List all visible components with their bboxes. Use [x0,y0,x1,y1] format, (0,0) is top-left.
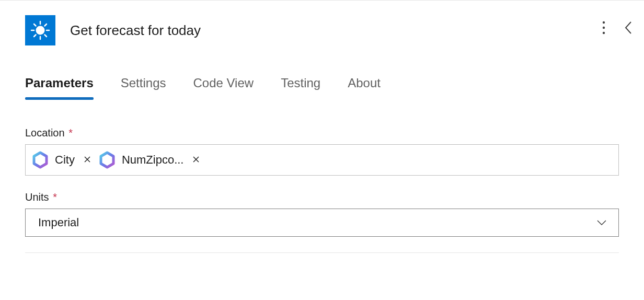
svg-point-9 [603,21,605,24]
token-zipcode-label: NumZipco... [122,153,184,167]
remove-token-zipcode[interactable] [189,154,203,166]
tab-parameters[interactable]: Parameters [25,76,94,99]
tab-code-view[interactable]: Code View [193,76,254,99]
weather-action-icon [25,15,55,45]
action-title: Get forecast for today [70,22,201,39]
close-icon [193,156,199,163]
units-dropdown[interactable]: Imperial [25,209,619,237]
dynamic-content-icon [98,151,117,169]
token-city-label: City [55,153,75,167]
more-vertical-icon [602,21,605,34]
tab-about[interactable]: About [348,76,381,99]
token-zipcode[interactable]: NumZipco... [98,149,204,170]
tab-testing[interactable]: Testing [281,76,320,99]
sun-icon [30,20,51,41]
location-input[interactable]: City NumZipco... [25,144,619,176]
units-value: Imperial [38,216,79,229]
units-field-group: Units * Imperial [25,191,619,237]
svg-point-0 [36,26,45,35]
svg-point-11 [603,32,605,34]
location-field-group: Location * [25,127,619,176]
parameters-form: Location * [0,99,644,237]
collapse-panel-button[interactable] [624,20,632,35]
svg-line-7 [34,35,36,37]
units-label-text: Units [25,191,49,203]
svg-point-10 [603,27,605,29]
svg-line-6 [45,35,47,37]
tabs-row: Parameters Settings Code View Testing Ab… [0,45,644,99]
chevron-down-icon [596,220,607,226]
location-label: Location * [25,127,619,139]
action-header: Get forecast for today [0,1,644,45]
close-icon [84,156,90,163]
required-asterisk: * [53,191,57,203]
svg-line-5 [34,24,36,26]
remove-token-city[interactable] [80,154,95,166]
tab-settings[interactable]: Settings [121,76,166,99]
chevron-left-icon [624,20,632,35]
divider [25,252,619,253]
svg-line-8 [45,24,47,26]
units-label: Units * [25,191,619,203]
dynamic-content-icon [31,151,50,169]
token-city[interactable]: City [31,149,95,170]
location-label-text: Location [25,127,65,139]
header-controls [602,20,632,35]
more-options-button[interactable] [602,21,605,34]
required-asterisk: * [68,127,73,139]
